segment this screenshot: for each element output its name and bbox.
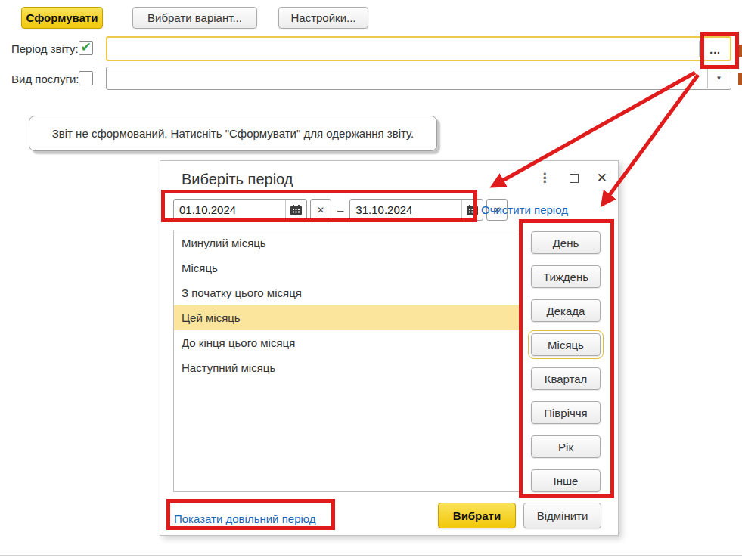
date-to-value[interactable]: 31.10.2024 xyxy=(350,203,461,216)
date-range-dash: – xyxy=(337,203,343,216)
field-separator xyxy=(699,41,700,57)
close-icon[interactable]: ✕ xyxy=(597,172,607,184)
list-item[interactable]: З початку цього місяця xyxy=(174,280,520,305)
period-button-year[interactable]: Рік xyxy=(531,435,601,458)
list-item[interactable]: Наступний місяць xyxy=(174,355,520,380)
report-period-input[interactable]: ... xyxy=(106,36,731,61)
ellipsis-choose-button[interactable]: ... xyxy=(709,45,721,55)
window-bottom-border xyxy=(0,555,742,556)
service-type-input[interactable]: ▼ xyxy=(106,67,731,90)
list-item[interactable]: До кінця цього місяця xyxy=(174,330,520,355)
period-button-quarter[interactable]: Квартал xyxy=(531,367,601,390)
list-item[interactable]: Минулий місяць xyxy=(174,230,520,255)
period-button-week[interactable]: Тиждень xyxy=(531,265,601,288)
period-button-day[interactable]: День xyxy=(531,231,601,254)
date-range-row: 01.10.2024 ✕ – xyxy=(173,199,508,221)
calendar-icon[interactable] xyxy=(461,200,483,220)
report-not-generated-message: Звіт не сформований. Натисніть "Сформува… xyxy=(29,116,437,151)
list-item-selected[interactable]: Цей місяць xyxy=(174,305,520,330)
clear-period-link[interactable]: Очистити період xyxy=(481,203,568,216)
settings-button[interactable]: Настройки... xyxy=(278,7,368,29)
dialog-title: Виберіть період xyxy=(182,171,293,188)
cancel-button[interactable]: Відмінити xyxy=(523,503,601,528)
report-period-label: Період звіту: xyxy=(11,42,79,55)
report-period-checkbox[interactable]: ✔ xyxy=(79,41,93,55)
select-period-dialog: Виберіть період ⋮ ✕ 01.10.2024 xyxy=(160,160,619,536)
clear-x-icon: ✕ xyxy=(317,205,324,215)
period-button-halfyear[interactable]: Півріччя xyxy=(531,401,601,424)
message-text: Звіт не сформований. Натисніть "Сформува… xyxy=(52,127,414,140)
list-item[interactable]: Місяць xyxy=(174,255,520,280)
choose-variant-button[interactable]: Вибрати варіант... xyxy=(132,7,257,29)
period-button-decade[interactable]: Декада xyxy=(531,299,601,322)
maximize-icon[interactable] xyxy=(570,174,579,183)
period-button-month[interactable]: Місяць xyxy=(531,333,601,356)
service-type-label: Вид послуги: xyxy=(11,73,79,85)
show-custom-period-link[interactable]: Показати довільний період xyxy=(174,512,316,525)
screen: Сформувати Вибрати варіант... Настройки.… xyxy=(0,0,742,560)
date-to-field[interactable]: 31.10.2024 xyxy=(349,199,483,221)
service-type-checkbox[interactable] xyxy=(79,71,93,85)
clipped-element xyxy=(738,45,742,57)
period-button-other[interactable]: Інше xyxy=(531,469,601,492)
clear-date-from-button[interactable]: ✕ xyxy=(310,199,331,221)
more-menu-icon[interactable]: ⋮ xyxy=(539,172,551,184)
date-from-value[interactable]: 01.10.2024 xyxy=(174,203,285,216)
generate-report-button[interactable]: Сформувати xyxy=(21,7,103,29)
clipped-element xyxy=(738,73,742,85)
period-preset-list: Минулий місяць Місяць З початку цього мі… xyxy=(173,230,521,492)
date-from-field[interactable]: 01.10.2024 xyxy=(173,199,307,221)
chevron-down-icon: ▼ xyxy=(716,75,722,82)
window-controls: ⋮ ✕ xyxy=(539,172,607,184)
check-icon: ✔ xyxy=(80,41,91,54)
select-button[interactable]: Вибрати xyxy=(438,503,516,528)
dropdown-button[interactable]: ▼ xyxy=(707,68,730,88)
calendar-icon[interactable] xyxy=(285,200,306,220)
